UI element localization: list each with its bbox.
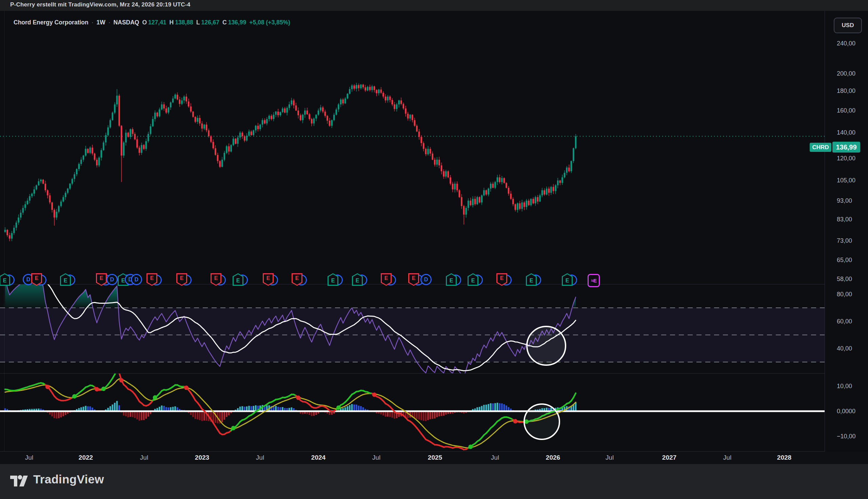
earnings-icon: E (176, 273, 187, 286)
price-axis-label: 120,00 (837, 154, 867, 162)
symbol-name[interactable]: Chord Energy Corporation (14, 19, 88, 26)
time-axis-label: 2027 (662, 452, 676, 463)
time-axis-label: 2025 (428, 452, 442, 463)
estimated-earnings-badge[interactable]: ≈E (586, 273, 600, 287)
macd-pane[interactable] (0, 374, 824, 451)
earnings-icon: E (467, 273, 478, 286)
time-axis-label: Jul (723, 452, 731, 463)
attribution-text: P-Cherry erstellt mit TradingView.com, M… (10, 1, 190, 8)
dividend-icon: D (420, 274, 432, 285)
earnings-badge[interactable]: E (467, 273, 482, 287)
earnings-icon: E (263, 273, 273, 286)
close-label: C (222, 19, 227, 26)
price-axis-label: 93,00 (837, 197, 867, 205)
legend-separator: · (91, 19, 94, 26)
logo-bar: TradingView (0, 464, 868, 499)
dividend-badge[interactable]: D (420, 273, 435, 287)
main-price-pane[interactable] (0, 11, 824, 284)
earnings-icon: E (526, 273, 537, 286)
earnings-icon: E (497, 273, 507, 286)
estimated-earnings-icon: ≈E (588, 274, 600, 287)
earnings-icon: E (210, 273, 221, 286)
price-axis-label: 160,00 (837, 107, 867, 114)
earnings-badge[interactable]: E (292, 273, 306, 287)
earnings-badge[interactable]: E (146, 273, 161, 287)
time-axis-label: Jul (140, 452, 148, 463)
time-axis-label: Jul (25, 452, 33, 463)
low-label: L (196, 19, 200, 26)
price-axis-label: 73,00 (837, 236, 867, 245)
close-value: 136,99 (228, 19, 246, 26)
change-value: +5,08 (+3,85%) (249, 19, 290, 26)
earnings-badge[interactable]: E (0, 273, 14, 287)
earnings-badge[interactable]: E (562, 273, 577, 287)
earnings-badge[interactable]: E (31, 273, 46, 287)
price-axis-label: 58,00 (837, 275, 867, 283)
earnings-badge[interactable]: E (352, 273, 367, 287)
time-axis[interactable]: Jul2022Jul2023Jul2024Jul2025Jul2026Jul20… (0, 452, 868, 464)
earnings-badge[interactable]: E (263, 273, 278, 287)
earnings-badge[interactable]: E (233, 273, 247, 287)
price-axis-label: 140,00 (837, 129, 867, 137)
time-axis-label: 2022 (79, 452, 93, 463)
price-axis-label: −10,00 (837, 432, 867, 440)
tradingview-screenshot: P-Cherry erstellt mit TradingView.com, M… (0, 0, 868, 499)
earnings-icon: E (60, 273, 71, 286)
timeframe[interactable]: 1W (97, 19, 106, 26)
high-label: H (170, 19, 174, 26)
price-axis-label: 80,00 (837, 290, 867, 298)
price-axis-label: 0,0000 (837, 407, 867, 415)
tradingview-logo-text: TradingView (33, 473, 104, 486)
dividend-icon: D (107, 274, 118, 285)
earnings-icon: E (352, 273, 363, 286)
dividend-badge[interactable]: D (130, 273, 145, 287)
price-axis-label: 200,00 (837, 70, 867, 78)
earnings-badge[interactable]: E (381, 273, 396, 287)
price-axis-label: 10,00 (837, 382, 867, 390)
attribution-bar: P-Cherry erstellt mit TradingView.com, M… (0, 0, 868, 11)
earnings-badge[interactable]: E (210, 273, 225, 287)
earnings-icon: E (31, 273, 42, 286)
rsi-pane[interactable] (0, 284, 824, 373)
price-axis-label: 240,00 (837, 39, 867, 47)
price-axis-label: 83,00 (837, 215, 867, 223)
earnings-icon: E (233, 273, 243, 286)
earnings-icon: E (292, 273, 303, 286)
earnings-icon: E (381, 273, 392, 286)
open-value: 127,41 (148, 19, 167, 26)
time-axis-label: 2028 (777, 452, 791, 463)
time-axis-label: 2026 (546, 452, 560, 463)
price-axis-label: 65,00 (837, 256, 867, 264)
time-axis-label: Jul (606, 452, 614, 463)
earnings-badge[interactable]: E (176, 273, 191, 287)
ticker-price-label: CHRD (810, 143, 831, 152)
price-axis-label: 105,00 (837, 176, 867, 184)
earnings-icon: E (408, 273, 419, 286)
high-value: 138,88 (175, 19, 193, 26)
earnings-badge[interactable]: E (526, 273, 541, 287)
tradingview-logo[interactable]: TradingView (10, 472, 104, 487)
time-axis-label: Jul (256, 452, 264, 463)
earnings-badge[interactable]: E (446, 273, 461, 287)
earnings-icon: E (0, 273, 10, 286)
price-axis[interactable]: 240,00200,00180,00160,00140,00120,00105,… (825, 11, 868, 452)
time-axis-label: 2024 (311, 452, 326, 463)
price-axis-label: 60,00 (837, 317, 867, 326)
earnings-badge[interactable]: E (497, 273, 511, 287)
earnings-badge[interactable]: E (328, 273, 342, 287)
legend-separator: · (109, 19, 111, 26)
time-axis-label: Jul (372, 452, 380, 463)
price-axis-label: 180,00 (837, 87, 867, 95)
dividend-icon: D (131, 274, 142, 285)
earnings-icon: E (562, 273, 573, 286)
tradingview-logo-icon (10, 472, 28, 487)
time-axis-label: Jul (491, 452, 499, 463)
currency-button[interactable]: USD (834, 17, 862, 33)
low-value: 126,67 (201, 19, 219, 26)
earnings-badge[interactable]: E (60, 273, 75, 287)
exchange: NASDAQ (113, 19, 139, 26)
last-price-label: 136,99 (832, 142, 860, 153)
symbol-legend[interactable]: Chord Energy Corporation · 1W · NASDAQ O… (14, 19, 290, 26)
chart-area[interactable]: Chord Energy Corporation · 1W · NASDAQ O… (0, 11, 868, 464)
earnings-icon: E (146, 273, 157, 286)
